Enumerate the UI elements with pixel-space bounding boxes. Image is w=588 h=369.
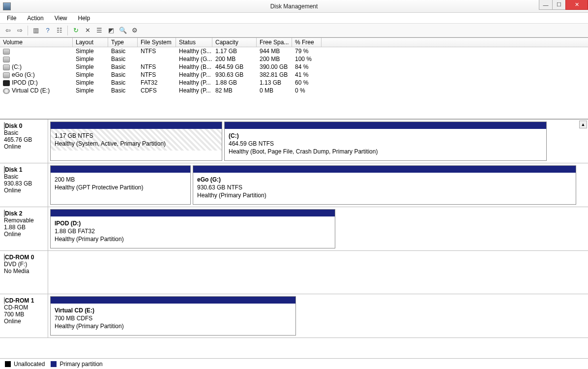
partition[interactable]: 200 MBHealthy (GPT Protective Partition): [50, 165, 191, 205]
partition-bar: [51, 166, 190, 173]
partition-bar: [193, 166, 576, 173]
table-row[interactable]: (C:)SimpleBasicNTFSHealthy (B...464.59 G…: [0, 63, 588, 71]
legend: Unallocated Primary partition: [0, 358, 588, 369]
minimize-button[interactable]: —: [539, 0, 553, 10]
col-pctfree[interactable]: % Free: [292, 38, 322, 47]
col-layout[interactable]: Layout: [73, 38, 108, 47]
grid-icon[interactable]: ☷: [55, 26, 64, 35]
partition-bar: [51, 122, 222, 129]
pane-icon[interactable]: ▥: [31, 26, 41, 35]
menu-view[interactable]: View: [51, 14, 71, 23]
partition[interactable]: 1.17 GB NTFSHealthy (System, Active, Pri…: [50, 122, 222, 161]
disk-label[interactable]: Disk 1Basic930.83 GBOnline: [0, 163, 48, 207]
drive-icon: [3, 57, 10, 62]
disk-pane[interactable]: ▲ Disk 0Basic465.76 GBOnline1.17 GB NTFS…: [0, 119, 588, 358]
partition[interactable]: IPOD (D:)1.88 GB FAT32Healthy (Primary P…: [50, 209, 335, 248]
partition-bar: [225, 122, 546, 129]
forward-icon[interactable]: ⇨: [15, 26, 25, 35]
window-title: Disk Management: [270, 3, 318, 10]
rescan-icon[interactable]: 🔍: [118, 26, 128, 35]
refresh-icon[interactable]: ↻: [71, 26, 81, 35]
ipod-icon: [3, 80, 10, 86]
scroll-up-icon[interactable]: ▲: [579, 121, 587, 128]
app-icon: [3, 2, 11, 10]
col-filesystem[interactable]: File System: [138, 38, 176, 47]
delete-icon[interactable]: ✕: [83, 26, 92, 35]
col-type[interactable]: Type: [108, 38, 138, 47]
disk-row: CD-ROM 0DVD (F:)No Media: [0, 251, 588, 294]
legend-unallocated: Unallocated: [5, 361, 45, 368]
col-capacity[interactable]: Capacity: [212, 38, 257, 47]
back-icon[interactable]: ⇦: [3, 26, 13, 35]
menu-action[interactable]: Action: [23, 14, 47, 23]
menubar: File Action View Help: [0, 13, 588, 24]
table-row[interactable]: IPOD (D:)SimpleBasicFAT32Healthy (P...1.…: [0, 79, 588, 87]
partition[interactable]: Virtual CD (E:)700 MB CDFSHealthy (Prima…: [50, 296, 296, 336]
legend-primary: Primary partition: [51, 361, 102, 368]
table-row[interactable]: SimpleBasicNTFSHealthy (S...1.17 GB944 M…: [0, 47, 588, 55]
volume-grid-header: Volume Layout Type File System Status Ca…: [0, 37, 588, 47]
menu-file[interactable]: File: [3, 14, 20, 23]
toolbar: ⇦ ⇨ ▥ ? ☷ ↻ ✕ ☰ ◩ 🔍 ⚙: [0, 24, 588, 37]
col-freespace[interactable]: Free Spa...: [257, 38, 292, 47]
help-icon[interactable]: ?: [43, 26, 53, 35]
disk-label[interactable]: Disk 2Removable1.88 GBOnline: [0, 207, 48, 250]
disk-label[interactable]: CD-ROM 0DVD (F:)No Media: [0, 251, 48, 294]
close-button[interactable]: ✕: [565, 0, 588, 10]
cd-icon: [3, 88, 10, 94]
partition-bar: [51, 210, 335, 216]
disk-row: Disk 2Removable1.88 GBOnlineIPOD (D:)1.8…: [0, 207, 588, 251]
disk-row: CD-ROM 1CD-ROM700 MBOnlineVirtual CD (E:…: [0, 294, 588, 338]
partition-bar: [51, 297, 295, 304]
drive-icon: [3, 72, 10, 78]
options-icon[interactable]: ⚙: [130, 26, 140, 35]
drive-icon: [3, 64, 10, 70]
table-row[interactable]: Virtual CD (E:)SimpleBasicCDFSHealthy (P…: [0, 87, 588, 94]
col-status[interactable]: Status: [176, 38, 212, 47]
disk-row: Disk 1Basic930.83 GBOnline200 MBHealthy …: [0, 163, 588, 207]
table-row[interactable]: eGo (G:)SimpleBasicNTFSHealthy (P...930.…: [0, 71, 588, 79]
maximize-button[interactable]: ☐: [552, 0, 566, 10]
format-icon[interactable]: ◩: [106, 26, 116, 35]
disk-label[interactable]: CD-ROM 1CD-ROM700 MBOnline: [0, 294, 48, 338]
partition[interactable]: eGo (G:)930.63 GB NTFSHealthy (Primary P…: [193, 165, 576, 205]
drive-icon: [3, 49, 10, 55]
col-volume[interactable]: Volume: [0, 38, 73, 47]
disk-label[interactable]: Disk 0Basic465.76 GBOnline: [0, 120, 48, 163]
table-row[interactable]: SimpleBasicHealthy (G...200 MB200 MB100 …: [0, 55, 588, 63]
partition[interactable]: (C:)464.59 GB NTFSHealthy (Boot, Page Fi…: [224, 122, 547, 161]
titlebar: Disk Management — ☐ ✕: [0, 0, 588, 13]
properties-icon[interactable]: ☰: [94, 26, 104, 35]
disk-row: Disk 0Basic465.76 GBOnline1.17 GB NTFSHe…: [0, 120, 588, 163]
volume-grid-body[interactable]: SimpleBasicNTFSHealthy (S...1.17 GB944 M…: [0, 47, 588, 119]
menu-help[interactable]: Help: [74, 14, 94, 23]
